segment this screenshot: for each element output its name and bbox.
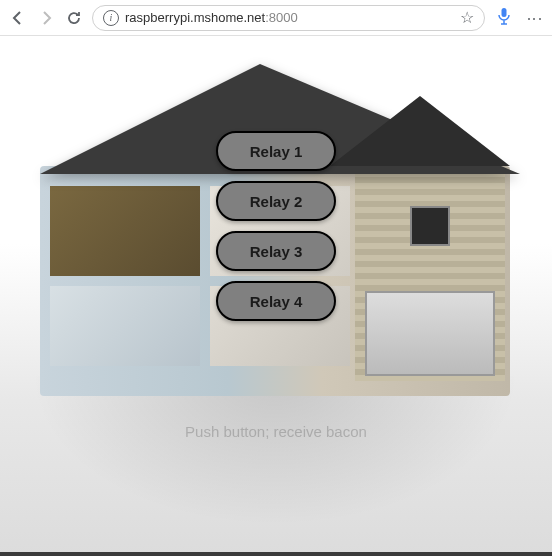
relay-2-button[interactable]: Relay 2	[216, 181, 336, 221]
address-bar[interactable]: i raspberrypi.mshome.net:8000 ☆	[92, 5, 485, 31]
relay-buttons-group: Relay 1 Relay 2 Relay 3 Relay 4	[216, 131, 336, 321]
relay-3-button[interactable]: Relay 3	[216, 231, 336, 271]
page-content: Relay 1 Relay 2 Relay 3 Relay 4 Push but…	[0, 36, 552, 556]
bookmark-star-icon[interactable]: ☆	[460, 8, 474, 27]
url-text: raspberrypi.mshome.net:8000	[125, 10, 454, 25]
browser-toolbar: i raspberrypi.mshome.net:8000 ☆ ⋮	[0, 0, 552, 36]
relay-1-button[interactable]: Relay 1	[216, 131, 336, 171]
reload-button[interactable]	[64, 8, 84, 28]
back-button[interactable]	[8, 8, 28, 28]
site-info-icon[interactable]: i	[103, 10, 119, 26]
browser-menu-icon[interactable]: ⋮	[525, 11, 544, 25]
relay-4-button[interactable]: Relay 4	[216, 281, 336, 321]
forward-button[interactable]	[36, 8, 56, 28]
bottom-divider	[0, 552, 552, 556]
voice-search-icon[interactable]	[497, 7, 511, 28]
caption-text: Push button; receive bacon	[185, 423, 367, 440]
svg-rect-0	[502, 8, 507, 17]
